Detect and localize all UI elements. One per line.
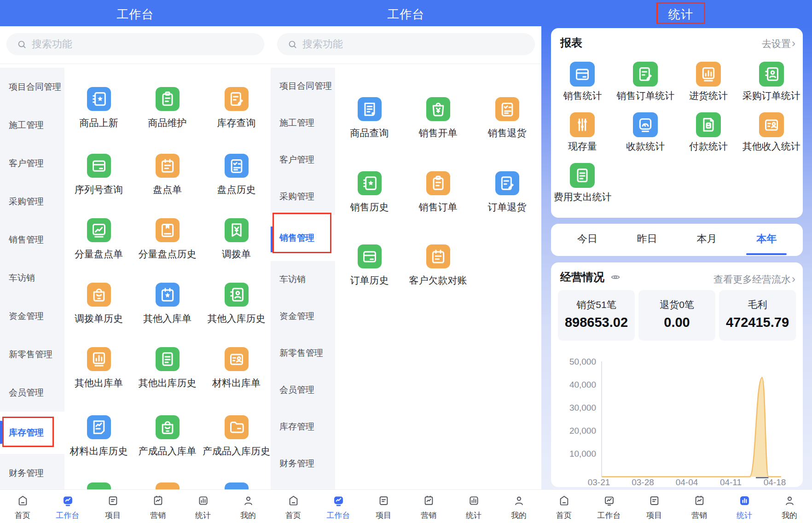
eye-icon[interactable] bbox=[610, 272, 621, 283]
tab-今日[interactable]: 今日 bbox=[557, 224, 617, 256]
report-item-现存量[interactable]: 现存量 bbox=[551, 112, 614, 152]
report-item-销售订单统计[interactable]: 销售订单统计 bbox=[614, 62, 677, 101]
grid-item-商品查询[interactable]: 商品查询 bbox=[335, 97, 404, 139]
report-grid: 销售统计销售订单统计进货统计采购订单统计现存量收款统计付款统计其他收入统计费用支… bbox=[551, 62, 803, 203]
nav-item-stats[interactable]: 统计 bbox=[180, 494, 226, 521]
sidebar-item-项目合同管理[interactable]: 项目合同管理 bbox=[0, 68, 64, 106]
search-input[interactable]: 搜索功能 bbox=[277, 33, 535, 55]
report-item-采购订单统计[interactable]: 采购订单统计 bbox=[740, 62, 803, 101]
sidebar-item-客户管理[interactable]: 客户管理 bbox=[0, 144, 64, 182]
sidebar-item-会员管理[interactable]: 会员管理 bbox=[0, 373, 64, 412]
report-item-销售统计[interactable]: 销售统计 bbox=[551, 62, 614, 101]
grid-item-调拨单[interactable]: 调拨单 bbox=[202, 218, 271, 260]
tab-本年[interactable]: 本年 bbox=[737, 224, 796, 256]
nav-item-stats[interactable]: 统计 bbox=[451, 494, 496, 521]
bars-tile bbox=[696, 62, 721, 87]
sidebar-item-新零售管理[interactable]: 新零售管理 bbox=[271, 335, 335, 372]
grid-item-销售订单[interactable]: 销售订单 bbox=[404, 171, 472, 213]
nav-item-stats[interactable]: 统计 bbox=[722, 494, 767, 521]
sidebar-item-新零售管理[interactable]: 新零售管理 bbox=[0, 335, 64, 373]
nav-item-project[interactable]: 项目 bbox=[632, 494, 677, 521]
sidebar-item-车访销[interactable]: 车访销 bbox=[271, 261, 335, 298]
bars-icon bbox=[90, 350, 108, 368]
report-item-费用支出统计[interactable]: 费用支出统计 bbox=[551, 163, 614, 203]
workbench-screen-2: 工作台 搜索功能 项目合同管理施工管理客户管理采购管理销售管理车访销资金管理新零… bbox=[271, 0, 541, 523]
contact-card-tile bbox=[759, 62, 784, 87]
grid-item-材料出库历史[interactable]: 材料出库历史 bbox=[64, 415, 133, 457]
stats-icon bbox=[197, 494, 209, 507]
nav-item-me[interactable]: 我的 bbox=[226, 494, 271, 521]
nav-item-home[interactable]: 首页 bbox=[0, 494, 45, 521]
doc-pencil-icon bbox=[636, 65, 655, 83]
tab-本月[interactable]: 本月 bbox=[677, 224, 737, 256]
tab-昨日[interactable]: 昨日 bbox=[617, 224, 677, 256]
grid-item-label: 产成品入库历史 bbox=[202, 446, 271, 457]
more-business-flow-link[interactable]: 查看更多经营流水› bbox=[713, 273, 795, 286]
grid-item-其他入库单[interactable]: 其他入库单 bbox=[133, 283, 202, 324]
grid-item-商品维护[interactable]: 商品维护 bbox=[133, 87, 202, 128]
sidebar-item-客户管理[interactable]: 客户管理 bbox=[271, 141, 335, 178]
sidebar-item-财务管理[interactable]: 财务管理 bbox=[0, 454, 64, 489]
nav-item-home[interactable]: 首页 bbox=[541, 494, 586, 521]
nav-item-marketing[interactable]: 营销 bbox=[406, 494, 451, 521]
sidebar-item-库存管理[interactable]: 库存管理 bbox=[271, 408, 335, 445]
report-item-付款统计[interactable]: 付款统计 bbox=[677, 112, 740, 152]
grid-item-调拨单历史[interactable]: 调拨单历史 bbox=[64, 283, 133, 324]
grid-item-商品上新[interactable]: 商品上新 bbox=[64, 87, 133, 128]
nav-item-me[interactable]: 我的 bbox=[767, 494, 812, 521]
sidebar-item-资金管理[interactable]: 资金管理 bbox=[271, 298, 335, 335]
report-item-收款统计[interactable]: 收款统计 bbox=[614, 112, 677, 152]
sidebar-item-施工管理[interactable]: 施工管理 bbox=[271, 105, 335, 141]
page-title: 工作台 bbox=[0, 6, 271, 23]
nav-item-workbench[interactable]: 工作台 bbox=[45, 494, 90, 521]
nav-item-project[interactable]: 项目 bbox=[90, 494, 135, 521]
report-item-其他收入统计[interactable]: 其他收入统计 bbox=[740, 112, 803, 152]
sidebar-item-会员管理[interactable]: 会员管理 bbox=[271, 372, 335, 408]
sidebar-item-采购管理[interactable]: 采购管理 bbox=[271, 178, 335, 215]
report-settings-link[interactable]: 去设置› bbox=[762, 37, 795, 50]
nav-item-workbench[interactable]: 工作台 bbox=[586, 494, 632, 521]
nav-item-workbench[interactable]: 工作台 bbox=[316, 494, 361, 521]
grid-item-盘点单[interactable]: 盘点单 bbox=[133, 154, 202, 195]
sidebar-item-财务管理[interactable]: 财务管理 bbox=[271, 445, 335, 482]
card-icon bbox=[90, 157, 108, 175]
nav-item-me[interactable]: 我的 bbox=[496, 494, 541, 521]
contact-card-icon bbox=[227, 285, 246, 304]
nav-item-marketing[interactable]: 营销 bbox=[677, 494, 722, 521]
grid-item-订单退货[interactable]: 订单退货 bbox=[473, 171, 541, 213]
grid-item-盘点历史[interactable]: 盘点历史 bbox=[202, 154, 271, 195]
grid-item-销售历史[interactable]: 销售历史 bbox=[335, 171, 404, 213]
stat-label: 毛利 bbox=[719, 298, 796, 311]
nav-item-project[interactable]: 项目 bbox=[361, 494, 406, 521]
grid-item-其他出库单[interactable]: 其他出库单 bbox=[64, 347, 133, 389]
sidebar-item-资金管理[interactable]: 资金管理 bbox=[0, 297, 64, 335]
grid-item-序列号查询[interactable]: 序列号查询 bbox=[64, 154, 133, 195]
nav-item-home[interactable]: 首页 bbox=[271, 494, 316, 521]
grid-item-产成品入库历史[interactable]: 产成品入库历史 bbox=[202, 415, 271, 457]
report-item-进货统计[interactable]: 进货统计 bbox=[677, 62, 740, 101]
grid-item-库存查询[interactable]: 库存查询 bbox=[202, 87, 271, 128]
search-input[interactable]: 搜索功能 bbox=[6, 33, 264, 55]
sidebar-item-施工管理[interactable]: 施工管理 bbox=[0, 106, 64, 144]
partial-tile bbox=[87, 482, 111, 489]
grid-item-其他入库历史[interactable]: 其他入库历史 bbox=[202, 283, 271, 324]
trend-icon bbox=[90, 221, 108, 239]
grid-item-销售退货[interactable]: 销售退货 bbox=[473, 97, 541, 139]
grid-item-订单历史[interactable]: 订单历史 bbox=[335, 244, 404, 286]
person-card-icon bbox=[227, 350, 246, 368]
grid-item-销售开单[interactable]: 销售开单 bbox=[404, 97, 472, 139]
sidebar-item-采购管理[interactable]: 采购管理 bbox=[0, 182, 64, 221]
sidebar-item-销售管理[interactable]: 销售管理 bbox=[0, 221, 64, 259]
sidebar-item-车访销[interactable]: 车访销 bbox=[0, 259, 64, 297]
grid-item-产成品入库单[interactable]: 产成品入库单 bbox=[133, 415, 202, 457]
nav-item-marketing[interactable]: 营销 bbox=[135, 494, 180, 521]
grid-item-其他出库历史[interactable]: 其他出库历史 bbox=[133, 347, 202, 389]
grid-item-分量盘点单[interactable]: 分量盘点单 bbox=[64, 218, 133, 260]
sidebar-item-项目合同管理[interactable]: 项目合同管理 bbox=[271, 68, 335, 105]
nav-label: 营销 bbox=[406, 510, 451, 521]
nav-label: 统计 bbox=[180, 510, 226, 521]
grid-item-材料出库单[interactable]: 材料出库单 bbox=[202, 347, 271, 389]
grid-item-分量盘点历史[interactable]: 分量盘点历史 bbox=[133, 218, 202, 260]
grid-item-客户欠款对账[interactable]: 客户欠款对账 bbox=[404, 244, 472, 286]
annotation-box-title bbox=[656, 2, 705, 24]
